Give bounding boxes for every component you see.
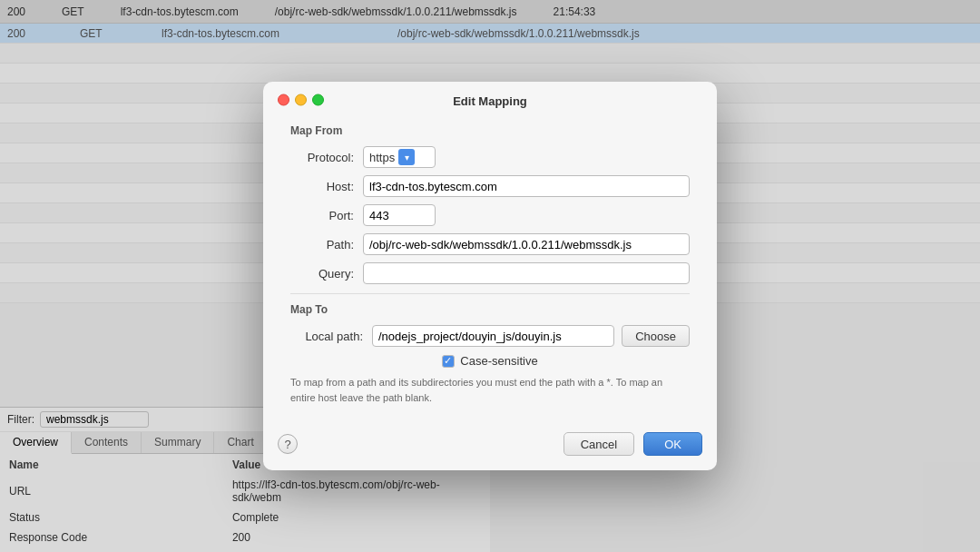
chevron-down-icon: ▾ (405, 153, 409, 163)
protocol-select[interactable]: https ▾ (363, 146, 436, 168)
query-input[interactable] (363, 262, 690, 284)
path-row: Path: (290, 233, 690, 255)
local-path-input[interactable] (372, 325, 614, 347)
dialog-title: Edit Mapping (453, 94, 527, 108)
case-sensitive-row: Case-sensitive (290, 354, 690, 368)
protocol-row: Protocol: https ▾ (290, 146, 690, 168)
local-path-row: Local path: Choose (290, 325, 690, 347)
minimize-button[interactable] (295, 94, 307, 105)
ok-button[interactable]: OK (643, 432, 702, 456)
maximize-button[interactable] (312, 94, 324, 105)
port-label: Port: (290, 209, 354, 222)
protocol-label: Protocol: (290, 151, 354, 164)
map-to-label: Map To (290, 303, 690, 316)
dialog-titlebar: Edit Mapping (263, 82, 717, 117)
path-label: Path: (290, 238, 354, 251)
choose-button[interactable]: Choose (622, 325, 690, 347)
query-row: Query: (290, 262, 690, 284)
host-input[interactable] (363, 175, 690, 197)
edit-mapping-dialog: Edit Mapping Map From Protocol: https ▾ … (263, 82, 717, 470)
close-button[interactable] (278, 94, 289, 105)
help-button[interactable]: ? (278, 434, 298, 454)
traffic-lights (278, 94, 324, 105)
dialog-footer: ? Cancel OK (263, 432, 717, 470)
path-input[interactable] (363, 233, 690, 255)
port-row: Port: (290, 204, 690, 226)
footer-actions: Cancel OK (564, 432, 702, 456)
cancel-button[interactable]: Cancel (564, 432, 634, 456)
protocol-dropdown-arrow: ▾ (398, 149, 415, 165)
host-row: Host: (290, 175, 690, 197)
dialog-body: Map From Protocol: https ▾ Host: Port: (263, 117, 717, 432)
case-sensitive-checkbox[interactable] (442, 355, 455, 368)
port-input[interactable] (363, 204, 436, 226)
query-label: Query: (290, 267, 354, 281)
case-sensitive-label[interactable]: Case-sensitive (460, 354, 537, 368)
local-path-label: Local path: (290, 330, 363, 343)
modal-overlay: Edit Mapping Map From Protocol: https ▾ … (0, 0, 980, 552)
protocol-value: https (369, 151, 395, 164)
map-from-label: Map From (290, 124, 690, 137)
host-label: Host: (290, 180, 354, 193)
help-text: To map from a path and its subdirectorie… (290, 375, 690, 405)
